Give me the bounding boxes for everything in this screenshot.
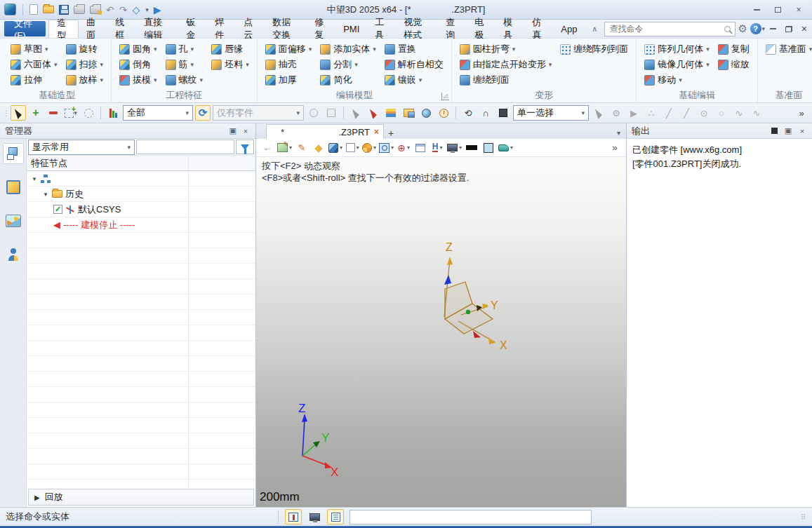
pick-box-icon[interactable]: ▾ <box>63 105 79 121</box>
selection-list-icon[interactable] <box>383 105 399 121</box>
new-file-icon[interactable] <box>29 4 38 15</box>
output-log[interactable]: 已创建零件 [www.x6g.com][零件001.Z3PRT]关闭成功. <box>627 139 812 507</box>
tree-column-header[interactable]: 特征节点 <box>27 156 255 171</box>
tree-search-input[interactable] <box>136 140 234 154</box>
menu-item-4[interactable]: 直接编辑 <box>136 20 178 38</box>
menu-item-14[interactable]: 电极 <box>467 20 495 38</box>
manager-restore-icon[interactable]: ▣ <box>227 127 237 135</box>
ribbon-item-shell[interactable]: 抽壳 <box>262 57 316 72</box>
qat-caret-icon[interactable]: ▾ <box>145 6 149 13</box>
open-file-icon[interactable] <box>43 6 54 13</box>
dropdown-caret-icon[interactable]: ▾ <box>549 61 552 68</box>
shaded-display-icon[interactable]: ▾ <box>328 140 342 156</box>
settings-gear-icon[interactable]: ⚙ <box>736 21 750 36</box>
output-restore-icon[interactable]: ▣ <box>783 127 793 135</box>
pick-last-icon[interactable] <box>366 105 381 121</box>
menu-item-13[interactable]: 查询 <box>438 20 467 38</box>
dropdown-caret-icon[interactable]: ▾ <box>54 61 58 68</box>
ribbon-item-thread[interactable]: 螺纹▾ <box>162 72 207 88</box>
dropdown-caret-icon[interactable]: ▾ <box>354 61 358 68</box>
ribbon-item-pattern[interactable]: 阵列几何体▾ <box>641 41 713 57</box>
add-to-selection-icon[interactable]: + <box>28 105 44 121</box>
zoom-window-icon[interactable]: ▾ <box>379 140 394 156</box>
maximize-button[interactable] <box>768 4 787 16</box>
reuse-last-input-icon[interactable]: ⟳ <box>195 105 211 121</box>
tab-list-caret-icon[interactable]: ▾ <box>617 129 620 137</box>
ribbon-item-box[interactable]: 六面体▾ <box>7 57 61 72</box>
doc-minimize-button[interactable] <box>765 22 780 35</box>
print-icon[interactable] <box>74 6 85 14</box>
background-color-icon[interactable] <box>481 140 495 156</box>
history-manager-tab[interactable] <box>3 143 24 164</box>
ribbon-item-revolve[interactable]: 旋转 <box>62 41 107 57</box>
dropdown-caret-icon[interactable]: ▾ <box>706 61 710 68</box>
viewport-layout-icon[interactable] <box>413 140 427 156</box>
filter-combo[interactable]: 全部▾ <box>123 105 193 121</box>
expander-icon[interactable]: ▾ <box>42 191 49 198</box>
filter-bars-icon[interactable] <box>105 105 121 121</box>
ribbon-item-deform-point[interactable]: 由指定点开始变形▾ <box>456 57 556 72</box>
redo-icon[interactable]: ↷ <box>119 5 128 15</box>
ribbon-item-hole[interactable]: 孔▾ <box>162 41 207 57</box>
ribbon-item-rib[interactable]: 筋▾ <box>162 57 207 72</box>
ribbon-item-extrude[interactable]: 拉伸 <box>7 72 61 88</box>
toolbar-grip-icon[interactable]: ⋮⋮ <box>3 109 8 117</box>
expand-playback-icon[interactable]: ▶ <box>34 494 40 501</box>
ribbon-item-fillet[interactable]: 圆角▾ <box>116 41 161 57</box>
undo-icon[interactable]: ↶ <box>106 5 114 15</box>
edge-color-icon[interactable] <box>465 140 479 156</box>
output-close-icon[interactable]: × <box>797 127 807 135</box>
collapse-ribbon-icon[interactable]: ∧ <box>587 25 601 34</box>
dropdown-caret-icon[interactable]: ▾ <box>191 46 194 53</box>
ribbon-item-resolve[interactable]: 解析自相交 <box>381 57 447 72</box>
print-setup-icon[interactable] <box>90 6 101 14</box>
ribbon-item-stock[interactable]: 坯料▾ <box>208 57 253 72</box>
prompt-doc-icon[interactable] <box>327 509 344 524</box>
ribbon-item-add-shape[interactable]: 添加实体▾ <box>317 41 380 57</box>
toolbox-toggle-icon[interactable] <box>285 509 302 524</box>
manager-close-icon[interactable]: × <box>241 127 251 135</box>
menu-item-8[interactable]: 数据交换 <box>265 20 307 38</box>
ribbon-item-mirror[interactable]: 镜像几何体▾ <box>641 57 713 72</box>
dropdown-caret-icon[interactable]: ▾ <box>45 46 48 53</box>
expander-icon[interactable]: ▾ <box>31 175 38 182</box>
model-canvas[interactable]: 按下<F2> 动态观察 <F8>或者<Shift-roll> 查找下一个有效的过… <box>256 157 626 507</box>
dropdown-caret-icon[interactable]: ▾ <box>191 61 194 68</box>
dropdown-caret-icon[interactable]: ▾ <box>154 76 157 83</box>
solid-manager-tab[interactable] <box>3 177 24 198</box>
toolbar-overflow-icon[interactable]: » <box>794 105 809 121</box>
gallery-icon[interactable] <box>401 105 416 121</box>
play-icon[interactable]: ▶ <box>154 5 161 15</box>
menu-item-5[interactable]: 钣金 <box>178 20 207 38</box>
menu-item-1[interactable]: 造型 <box>48 20 79 38</box>
dialog-launcher-icon[interactable]: ◿ <box>441 93 449 100</box>
help-icon[interactable]: ?▾ <box>750 21 766 36</box>
dropdown-caret-icon[interactable]: ▾ <box>419 76 422 83</box>
monitor-toggle-icon[interactable] <box>306 509 323 524</box>
web-resource-icon[interactable] <box>418 105 434 121</box>
remove-from-selection-icon[interactable] <box>46 105 61 121</box>
dropdown-caret-icon[interactable]: ▾ <box>100 61 104 68</box>
ribbon-item-datum-plane[interactable]: 基准面▾ <box>762 41 812 57</box>
solid-box-icon[interactable] <box>495 105 511 121</box>
role-manager-tab[interactable] <box>3 244 24 265</box>
ribbon-item-scale[interactable]: 缩放 <box>714 57 753 72</box>
close-button[interactable]: × <box>790 4 808 16</box>
playback-bar[interactable]: ▶ 回放 <box>28 489 254 506</box>
pick-mode-combo[interactable]: 单一选择▾ <box>513 105 589 121</box>
dropdown-caret-icon[interactable]: ▾ <box>100 76 104 83</box>
dropdown-caret-icon[interactable]: ▾ <box>679 76 682 83</box>
eraser-icon[interactable]: ✎ <box>295 140 309 156</box>
save-icon[interactable] <box>59 5 69 15</box>
doc-close-button[interactable]: × <box>797 22 812 35</box>
sketch-plane-icon[interactable]: ▾ <box>277 140 292 156</box>
ribbon-item-bend[interactable]: 圆柱折弯▾ <box>456 41 556 57</box>
menu-item-7[interactable]: 点云 <box>236 20 265 38</box>
display-filter-combo[interactable]: 显示常用▾ <box>28 140 135 155</box>
shell-display-icon[interactable]: ▾ <box>498 140 513 156</box>
target-point-icon[interactable]: ⊕▾ <box>397 140 411 156</box>
dropdown-caret-icon[interactable]: ▾ <box>512 46 516 53</box>
ribbon-item-wrap-face[interactable]: 缠绕到面 <box>456 72 556 88</box>
menu-item-6[interactable]: 焊件 <box>207 20 236 38</box>
dropdown-caret-icon[interactable]: ▾ <box>246 61 249 68</box>
